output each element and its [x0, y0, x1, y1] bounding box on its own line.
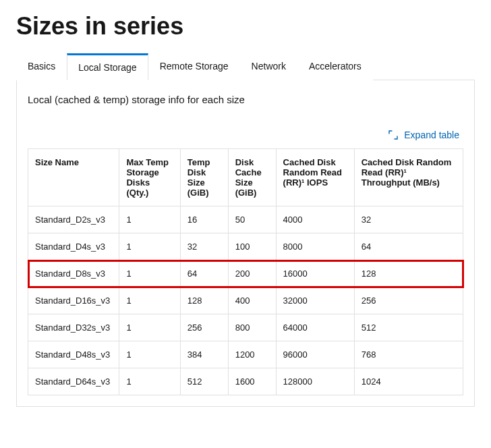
table-row: Standard_D16s_v3112840032000256 [28, 287, 463, 314]
table-row: Standard_D48s_v31384120096000768 [28, 341, 463, 368]
table-row: Standard_D2s_v311650400032 [28, 206, 463, 233]
cell-value: 128 [180, 287, 228, 314]
expand-table-label: Expand table [404, 130, 459, 140]
tabs-bar: BasicsLocal StorageRemote StorageNetwork… [16, 53, 475, 80]
cell-value: 512 [354, 314, 463, 341]
cell-value: 1600 [228, 368, 276, 395]
cell-value: 768 [354, 341, 463, 368]
cell-value: 50 [228, 206, 276, 233]
cell-value: 128000 [276, 368, 354, 395]
page-title: Sizes in series [16, 12, 475, 40]
table-toolbar: Expand table [28, 127, 463, 143]
expand-table-button[interactable]: Expand table [384, 127, 463, 143]
cell-value: 1 [119, 260, 180, 287]
cell-value: 1 [119, 341, 180, 368]
col-header-1: Max Temp Storage Disks (Qty.) [119, 149, 180, 206]
cell-value: 384 [180, 341, 228, 368]
cell-size-name: Standard_D64s_v3 [28, 368, 119, 395]
cell-value: 64000 [276, 314, 354, 341]
cell-size-name: Standard_D48s_v3 [28, 341, 119, 368]
table-row: Standard_D32s_v3125680064000512 [28, 314, 463, 341]
cell-value: 1200 [228, 341, 276, 368]
table-header-row: Size NameMax Temp Storage Disks (Qty.)Te… [28, 149, 463, 206]
cell-value: 1 [119, 368, 180, 395]
cell-value: 32 [180, 233, 228, 260]
cell-value: 256 [180, 314, 228, 341]
col-header-2: Temp Disk Size (GiB) [180, 149, 228, 206]
cell-value: 64 [180, 260, 228, 287]
cell-value: 1 [119, 233, 180, 260]
col-header-3: Disk Cache Size (GiB) [228, 149, 276, 206]
cell-size-name: Standard_D8s_v3 [28, 260, 119, 287]
cell-value: 1024 [354, 368, 463, 395]
col-header-4: Cached Disk Random Read (RR)¹ IOPS [276, 149, 354, 206]
tab-accelerators[interactable]: Accelerators [297, 53, 373, 80]
col-header-0: Size Name [28, 149, 119, 206]
cell-value: 100 [228, 233, 276, 260]
tab-network[interactable]: Network [240, 53, 297, 80]
table-row: Standard_D64s_v3151216001280001024 [28, 368, 463, 395]
cell-value: 1 [119, 314, 180, 341]
cell-value: 8000 [276, 233, 354, 260]
table-row: Standard_D8s_v316420016000128 [28, 260, 463, 287]
panel-description: Local (cached & temp) storage info for e… [28, 94, 463, 105]
tab-remote-storage[interactable]: Remote Storage [148, 53, 240, 80]
cell-size-name: Standard_D4s_v3 [28, 233, 119, 260]
cell-value: 4000 [276, 206, 354, 233]
tab-panel-local-storage: Local (cached & temp) storage info for e… [16, 80, 475, 407]
cell-value: 64 [354, 233, 463, 260]
cell-value: 96000 [276, 341, 354, 368]
cell-value: 1 [119, 287, 180, 314]
cell-size-name: Standard_D2s_v3 [28, 206, 119, 233]
cell-value: 1 [119, 206, 180, 233]
cell-value: 32 [354, 206, 463, 233]
cell-value: 32000 [276, 287, 354, 314]
expand-icon [388, 130, 399, 140]
cell-size-name: Standard_D32s_v3 [28, 314, 119, 341]
cell-value: 200 [228, 260, 276, 287]
tab-local-storage[interactable]: Local Storage [67, 53, 148, 80]
cell-value: 400 [228, 287, 276, 314]
cell-value: 16000 [276, 260, 354, 287]
cell-value: 16 [180, 206, 228, 233]
cell-value: 512 [180, 368, 228, 395]
cell-value: 800 [228, 314, 276, 341]
cell-value: 256 [354, 287, 463, 314]
sizes-table: Size NameMax Temp Storage Disks (Qty.)Te… [28, 148, 463, 395]
table-row: Standard_D4s_v3132100800064 [28, 233, 463, 260]
tab-basics[interactable]: Basics [16, 53, 67, 80]
cell-size-name: Standard_D16s_v3 [28, 287, 119, 314]
col-header-5: Cached Disk Random Read (RR)¹ Throughput… [354, 149, 463, 206]
cell-value: 128 [354, 260, 463, 287]
